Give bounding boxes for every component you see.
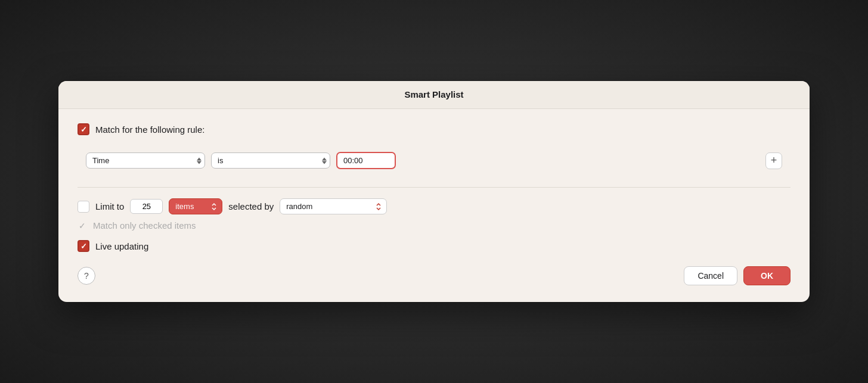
match-rule-checkbox-label[interactable]: Match for the following rule: [78, 123, 204, 135]
time-value-input[interactable] [336, 152, 396, 169]
rule-row: Time Name Artist Album is [78, 146, 790, 175]
dialog-body: Match for the following rule: Time Name … [58, 109, 810, 302]
live-updating-row: Live updating [78, 240, 790, 252]
ok-button[interactable]: OK [743, 266, 790, 285]
footer-buttons: Cancel OK [684, 266, 790, 285]
live-updating-label: Live updating [95, 241, 148, 251]
add-rule-button[interactable]: + [765, 152, 782, 169]
match-rule-row: Match for the following rule: [78, 123, 790, 135]
backdrop: Smart Playlist Match for the following r… [0, 0, 868, 383]
match-checked-label: Match only checked items [93, 220, 196, 231]
match-rule-checkbox[interactable] [78, 123, 89, 135]
match-checked-row: ✓ Match only checked items [78, 220, 790, 231]
live-updating-checkbox[interactable] [78, 240, 89, 252]
plus-icon: + [771, 154, 777, 167]
dialog-footer: ? Cancel OK [78, 266, 790, 285]
title-bar: Smart Playlist [58, 81, 810, 109]
sort-select-wrapper: random album artist genre highest rating… [280, 198, 387, 214]
rules-section: Time Name Artist Album is [78, 146, 790, 175]
match-rule-label: Match for the following rule: [95, 124, 204, 135]
selected-by-label: selected by [228, 201, 274, 211]
condition-select-wrapper: is is not is greater than is less than [211, 152, 330, 169]
limit-label: Limit to [95, 201, 124, 211]
match-checked-checkmark-icon: ✓ [79, 221, 88, 231]
question-mark-icon: ? [84, 271, 89, 281]
condition-select[interactable]: is is not is greater than is less than [211, 152, 330, 169]
field-select[interactable]: Time Name Artist Album [86, 152, 205, 169]
limit-unit-select[interactable]: items hours minutes MB GB [169, 198, 222, 214]
cancel-button[interactable]: Cancel [684, 266, 737, 285]
limit-number-input[interactable] [130, 199, 163, 214]
limit-row: Limit to items hours minutes MB GB selec… [78, 198, 790, 214]
live-updating-checkbox-label[interactable]: Live updating [78, 240, 148, 252]
help-button[interactable]: ? [78, 267, 95, 285]
smart-playlist-dialog: Smart Playlist Match for the following r… [58, 81, 810, 302]
sort-select[interactable]: random album artist genre highest rating… [280, 198, 387, 214]
dialog-title: Smart Playlist [404, 89, 463, 99]
limit-checkbox[interactable] [78, 201, 89, 213]
divider [78, 187, 790, 188]
field-select-wrapper: Time Name Artist Album [86, 152, 205, 169]
